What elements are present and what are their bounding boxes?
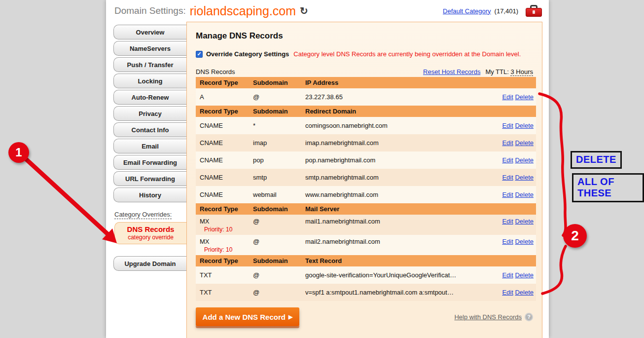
col-record-type: Record Type [196,257,253,264]
mx-priority: Priority: 10 [200,246,253,253]
record-subdomain: smtp [253,174,305,181]
arrow-right-icon: ▶ [288,314,292,320]
delete-link[interactable]: Delete [515,93,534,101]
sidebar-item-nameservers[interactable]: NameServers [113,41,186,56]
annotation-step-2: 2 [563,224,587,248]
table-section-header: Record Type Subdomain Redirect Domain [196,106,536,117]
dns-records-override-title: DNS Records [115,225,186,233]
delete-link[interactable]: Delete [515,191,534,198]
record-subdomain: @ [253,238,305,245]
mx-priority: Priority: 10 [200,226,253,233]
default-category-link[interactable]: Default Category [443,7,491,15]
ttl-value-link[interactable]: 3 Hours [510,68,533,76]
delete-link[interactable]: Delete [515,238,534,245]
table-row: MX Priority: 10 @ mail2.namebrightmail.c… [196,235,536,255]
toolbox-icon[interactable] [526,5,542,17]
record-type: CNAME [196,174,253,181]
delete-link[interactable]: Delete [515,289,534,296]
sidebar-item-email[interactable]: Email [113,139,186,153]
col-subdomain: Subdomain [253,108,305,115]
domain-name: riolandscaping.com [190,4,296,18]
record-type: CNAME [196,122,253,129]
col-record-type: Record Type [196,79,253,86]
record-value: 23.227.38.65 [305,93,474,101]
record-subdomain: * [253,122,305,129]
table-row: TXT @ v=spf1 a:smtpout1.namebrightmail.c… [196,284,536,301]
help-dns-records-link[interactable]: Help with DNS Records [454,313,522,321]
sidebar-item-push-transfer[interactable]: Push / Transfer [113,57,186,72]
table-row: CNAME smtp smtp.namebrightmail.com Edit … [196,169,536,186]
category-count: (17,401) [495,7,518,15]
edit-link[interactable]: Edit [502,191,513,198]
reset-host-records-link[interactable]: Reset Host Records [423,68,480,75]
sidebar-item-locking[interactable]: Locking [113,74,186,88]
col-value: IP Address [305,79,474,86]
record-type: CNAME [196,139,253,147]
record-value: v=spf1 a:smtpout1.namebrightmail.com a:s… [305,289,474,296]
sidebar: Overview NameServers Push / Transfer Loc… [106,22,186,338]
table-section-header: Record Type Subdomain IP Address [196,77,536,88]
edit-link[interactable]: Edit [502,289,513,296]
sidebar-item-overview[interactable]: Overview [113,25,186,39]
record-value: www.namebrightmail.com [305,191,474,198]
edit-link[interactable]: Edit [502,156,513,164]
edit-link[interactable]: Edit [502,122,513,129]
sidebar-item-history[interactable]: History [113,188,186,202]
delete-link[interactable]: Delete [515,156,534,164]
refresh-icon[interactable]: ↻ [300,5,308,17]
sidebar-item-dns-records-override[interactable]: DNS Records category override [114,222,186,244]
record-type: CNAME [196,191,253,198]
help-question-icon[interactable]: ? [525,313,533,321]
table-row: CNAME webmail www.namebrightmail.com Edi… [196,186,536,203]
page-panel: Domain Settings: riolandscaping.com ↻ De… [106,0,549,338]
sidebar-item-upgrade-domain[interactable]: Upgrade Domain [113,256,186,271]
ttl-label: My TTL: 3 Hours [485,68,533,75]
edit-link[interactable]: Edit [502,271,513,279]
col-subdomain: Subdomain [253,79,305,86]
sidebar-item-url-forwarding[interactable]: URL Forwarding [113,171,186,186]
sidebar-item-email-forwarding[interactable]: Email Forwarding [113,155,186,170]
edit-link[interactable]: Edit [502,174,513,181]
record-subdomain: imap [253,139,305,147]
record-value: imap.namebrightmail.com [305,139,474,147]
record-subdomain: @ [253,289,305,296]
record-subdomain: pop [253,156,305,164]
record-type: MX Priority: 10 [196,238,253,253]
domain-settings-header: Domain Settings: riolandscaping.com ↻ De… [106,0,549,22]
record-type: TXT [196,289,253,296]
record-value: google-site-verification=YourUniqueGoogl… [305,271,474,279]
table-section-header: Record Type Subdomain Mail Server [196,203,536,215]
record-value: mail1.namebrightmail.com [305,218,474,225]
dns-records-table: Record Type Subdomain IP Address A @ 23.… [196,77,536,301]
delete-link[interactable]: Delete [515,139,534,147]
sidebar-item-contact-info[interactable]: Contact Info [113,122,186,137]
sidebar-item-privacy[interactable]: Privacy [113,106,186,121]
record-type: CNAME [196,156,253,164]
table-row: CNAME * comingsoon.namebright.com Edit D… [196,117,536,134]
delete-link[interactable]: Delete [515,218,534,225]
delete-link[interactable]: Delete [515,271,534,279]
table-row: TXT @ google-site-verification=YourUniqu… [196,266,536,284]
record-value: comingsoon.namebright.com [305,122,474,129]
edit-link[interactable]: Edit [502,139,513,147]
edit-link[interactable]: Edit [502,238,513,245]
edit-link[interactable]: Edit [502,93,513,101]
delete-link[interactable]: Delete [515,174,534,181]
override-warning-text: Category level DNS Records are currently… [293,50,521,58]
toolbox-latch [533,10,535,14]
dns-records-override-subtitle: category override [115,234,186,241]
delete-link[interactable]: Delete [515,122,534,129]
col-value: Mail Server [305,205,474,213]
category-overrides-label[interactable]: Category Overrides: [114,211,172,219]
record-value: smtp.namebrightmail.com [305,174,474,181]
add-dns-record-button[interactable]: Add a New DNS Record ▶ [196,307,299,326]
record-subdomain: @ [253,93,305,101]
sidebar-item-auto-renew[interactable]: Auto-Renew [113,90,186,105]
override-category-checkbox[interactable]: ✓ [196,51,203,58]
record-type: TXT [196,271,253,279]
edit-link[interactable]: Edit [502,218,513,225]
dns-records-label: DNS Records [196,68,235,75]
domain-settings-label: Domain Settings: [114,5,186,16]
col-value: Redirect Domain [305,108,474,115]
col-subdomain: Subdomain [253,257,305,264]
